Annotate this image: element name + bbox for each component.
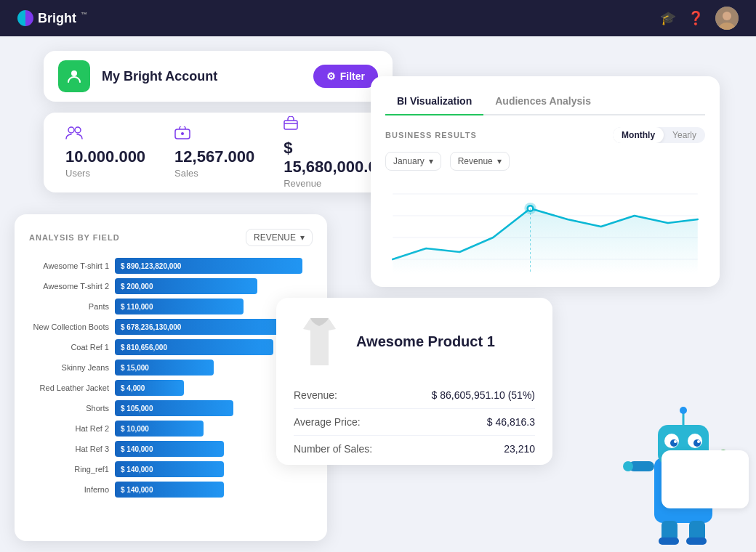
bar-label: Skinny Jeans — [29, 363, 109, 372]
product-card: Awesome Product 1 Revenue: $ 86,605,951.… — [276, 298, 552, 465]
bar-value: $ 15,000 — [121, 364, 149, 372]
svg-rect-36 — [686, 537, 707, 545]
metric-value: Revenue — [458, 156, 493, 166]
bar-fill: $ 4,000 — [115, 380, 184, 396]
filter-button[interactable]: ⚙ Filter — [313, 65, 378, 88]
bar-label: Inferno — [29, 485, 109, 494]
month-value: January — [393, 156, 425, 166]
svg-point-28 — [680, 407, 687, 414]
analysis-title: ANALYSIS BY FIELD — [29, 233, 120, 242]
bar-row: Red Leather Jacket$ 4,000 — [29, 380, 313, 396]
stats-card: 10.000.000 Users 12,567.000 Sales $ 1 — [44, 113, 393, 192]
product-header: Awesome Product 1 — [294, 312, 535, 370]
svg-point-5 — [75, 127, 81, 133]
logo: Bright ™ — [17, 10, 87, 26]
filter-label: Filter — [340, 70, 365, 82]
bar-value: $ 10,000 — [121, 425, 149, 433]
chevron-down-icon: ▾ — [429, 156, 433, 166]
top-navigation: Bright ™ 🎓 ❓ — [0, 0, 756, 36]
stat-users: 10.000.000 Users — [65, 126, 145, 179]
bar-row: Shorts$ 105,000 — [29, 400, 313, 416]
bar-fill: $ 110,000 — [115, 299, 244, 314]
bars-container: Awesome T-shirt 1$ 890,123,820,000Awesom… — [29, 258, 313, 498]
bar-value: $ 110,000 — [121, 303, 153, 311]
filter-row: January ▾ Revenue ▾ — [385, 152, 705, 171]
question-circle-icon[interactable]: ❓ — [688, 10, 704, 26]
account-icon — [58, 60, 90, 92]
bar-row: Coat Ref 1$ 810,656,000 — [29, 339, 313, 355]
num-sales-value: 23,210 — [504, 443, 535, 455]
bar-row: Ring_ref1$ 140,000 — [29, 461, 313, 477]
product-name: Awesome Product 1 — [356, 333, 495, 350]
bar-row: Hat Ref 2$ 10,000 — [29, 421, 313, 437]
svg-point-1 — [723, 12, 731, 20]
chevron-down-icon-2: ▾ — [497, 156, 502, 166]
monthly-toggle[interactable]: Monthly — [613, 127, 664, 143]
product-row-revenue: Revenue: $ 86,605,951.10 (51%) — [294, 382, 535, 409]
avg-price-label: Average Price: — [294, 416, 361, 428]
product-row-sales: Number of Sales: 23,210 — [294, 436, 535, 462]
bar-row: Pants$ 110,000 — [29, 299, 313, 314]
svg-point-24 — [674, 440, 677, 443]
bar-label: Hat Ref 2 — [29, 424, 109, 433]
bar-label: New Collection Boots — [29, 322, 109, 331]
nav-right: 🎓 ❓ — [660, 7, 739, 30]
bar-fill: $ 105,000 — [115, 400, 233, 416]
tab-audiences-analysis[interactable]: Audiences Analysis — [483, 91, 603, 115]
tabs-row: BI Visualization Audiences Analysis — [385, 91, 705, 115]
tab-bi-visualization[interactable]: BI Visualization — [385, 91, 483, 115]
logo-icon — [17, 10, 33, 26]
revenue-dropdown[interactable]: REVENUE ▾ — [246, 229, 313, 246]
svg-point-31 — [623, 461, 633, 471]
svg-point-23 — [693, 439, 701, 447]
bar-container: $ 140,000 — [115, 482, 313, 498]
sales-icon — [174, 126, 254, 143]
bar-fill: $ 15,000 — [115, 360, 214, 376]
bar-row: Inferno$ 140,000 — [29, 482, 313, 498]
bar-value: $ 678,236,130,000 — [121, 323, 181, 331]
line-chart — [385, 179, 705, 281]
bar-value: $ 105,000 — [121, 405, 153, 413]
bi-section-title: BUSINESS RESULTS — [385, 131, 477, 139]
svg-point-22 — [670, 439, 677, 447]
bar-fill: $ 810,656,000 — [115, 339, 273, 355]
svg-rect-8 — [284, 121, 297, 129]
svg-rect-35 — [659, 537, 679, 545]
metric-select[interactable]: Revenue ▾ — [450, 152, 510, 171]
product-image — [294, 312, 345, 370]
month-select[interactable]: January ▾ — [385, 152, 441, 171]
filter-icon: ⚙ — [326, 70, 336, 82]
bar-row: Awesome T-shirt 2$ 200,000 — [29, 278, 313, 294]
bar-container: $ 200,000 — [115, 278, 313, 294]
revenue-row-label: Revenue: — [294, 389, 337, 401]
bar-value: $ 200,000 — [121, 283, 153, 291]
graduation-cap-icon[interactable]: 🎓 — [660, 10, 676, 26]
bar-value: $ 890,123,820,000 — [121, 262, 181, 270]
bar-value: $ 140,000 — [121, 445, 153, 453]
bar-label: Awesome T-shirt 2 — [29, 282, 109, 291]
account-title: My Bright Account — [102, 69, 302, 84]
bar-label: Pants — [29, 302, 109, 311]
svg-point-25 — [697, 440, 700, 443]
sales-label: Sales — [174, 168, 254, 179]
revenue-row-value: $ 86,605,951.10 (51%) — [432, 389, 535, 401]
bar-row: Awesome T-shirt 1$ 890,123,820,000 — [29, 258, 313, 274]
chart-area — [385, 179, 705, 281]
bar-fill: $ 140,000 — [115, 461, 224, 477]
analysis-header: ANALYSIS BY FIELD REVENUE ▾ — [29, 229, 313, 246]
product-row-avg-price: Average Price: $ 46,816.3 — [294, 409, 535, 436]
speech-bubble — [662, 450, 749, 508]
svg-point-7 — [181, 132, 184, 135]
yearly-toggle[interactable]: Yearly — [664, 127, 705, 143]
num-sales-label: Number of Sales: — [294, 443, 372, 455]
svg-marker-13 — [393, 208, 698, 274]
sales-value: 12,567.000 — [174, 147, 254, 166]
bar-row: Hat Ref 3$ 140,000 — [29, 441, 313, 457]
revenue-value: REVENUE — [254, 232, 296, 243]
main-area: My Bright Account ⚙ Filter 10.000.000 Us… — [0, 36, 756, 552]
bar-label: Ring_ref1 — [29, 465, 109, 474]
bar-label: Red Leather Jacket — [29, 383, 109, 392]
users-value: 10.000.000 — [65, 147, 145, 166]
bar-value: $ 140,000 — [121, 486, 153, 494]
user-avatar[interactable] — [715, 7, 739, 30]
